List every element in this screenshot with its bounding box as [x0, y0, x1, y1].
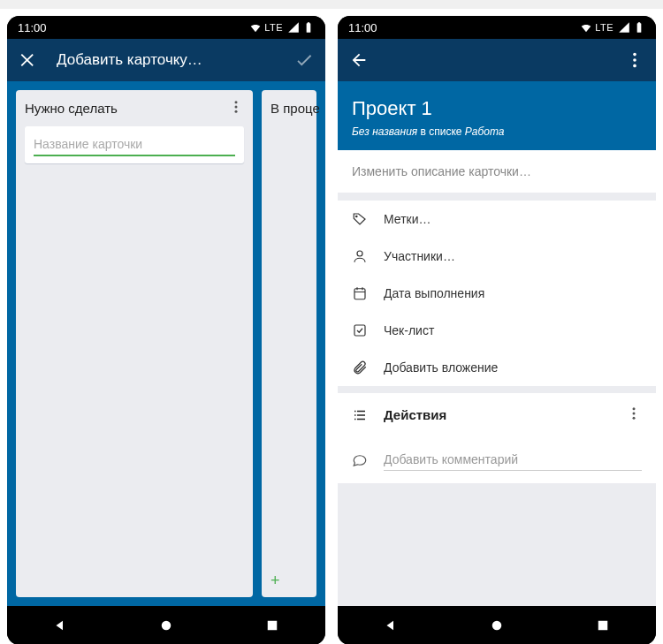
- list-todo: Нужно сделать: [16, 90, 253, 597]
- svg-point-0: [235, 101, 238, 103]
- actions-label: Действия: [384, 407, 446, 422]
- nav-home-button[interactable]: [140, 606, 193, 644]
- nav-recent-button[interactable]: [246, 606, 299, 644]
- duedate-label: Дата выполнения: [384, 286, 484, 300]
- svg-point-12: [633, 407, 636, 410]
- edit-description[interactable]: Изменить описание карточки…: [338, 150, 656, 193]
- check-icon: [294, 50, 314, 70]
- list-inprogress-peek[interactable]: В проце +: [262, 90, 316, 597]
- svg-point-14: [633, 417, 636, 420]
- wifi-icon: [580, 21, 592, 34]
- comment-row: [338, 436, 656, 483]
- triangle-back-icon: [383, 617, 399, 633]
- back-button[interactable]: [347, 48, 371, 72]
- nav-recent-button[interactable]: [576, 606, 629, 644]
- actions-menu-button[interactable]: [626, 405, 642, 424]
- labels-label: Метки…: [384, 212, 431, 226]
- status-bar: 11:00 LTE: [338, 16, 656, 39]
- card-name-input[interactable]: [34, 135, 235, 156]
- appbar-title: Добавить карточку…: [57, 51, 276, 69]
- comment-input[interactable]: [384, 449, 642, 471]
- battery-icon: [302, 21, 315, 34]
- list-menu-button[interactable]: [228, 99, 244, 117]
- nav-back-button[interactable]: [364, 606, 417, 644]
- close-icon: [19, 50, 38, 70]
- circle-home-icon: [489, 617, 505, 633]
- overflow-menu-button[interactable]: [622, 48, 647, 72]
- triangle-back-icon: [52, 617, 68, 633]
- signal-icon: [287, 21, 300, 34]
- attachment-icon: [352, 360, 368, 375]
- nav-bar: [338, 606, 656, 644]
- tag-icon: [352, 211, 368, 227]
- svg-point-5: [633, 53, 636, 57]
- svg-point-1: [235, 106, 238, 109]
- more-vert-icon: [625, 50, 644, 70]
- svg-rect-11: [354, 325, 365, 336]
- wifi-icon: [249, 21, 262, 34]
- battery-icon: [633, 21, 645, 34]
- confirm-button[interactable]: [292, 48, 316, 72]
- svg-point-2: [235, 110, 238, 113]
- phone-right: 11:00 LTE Проект 1 Без названия в списке…: [338, 16, 656, 644]
- more-vert-icon: [626, 405, 642, 421]
- options-group: Метки… Участники… Дата выполнения Чек-ли…: [338, 201, 656, 386]
- svg-point-15: [492, 621, 502, 631]
- network-label: LTE: [595, 22, 613, 33]
- svg-point-3: [162, 621, 171, 631]
- members-label: Участники…: [384, 249, 455, 263]
- card-subtitle: Без названия в списке Работа: [352, 125, 642, 138]
- list-title: В проце: [271, 101, 308, 116]
- app-bar: Добавить карточку…: [7, 39, 325, 81]
- checklist-label: Чек-лист: [384, 323, 434, 337]
- comment-icon: [352, 452, 368, 468]
- checklist-icon: [352, 322, 368, 338]
- svg-point-7: [633, 64, 636, 68]
- status-time: 11:00: [18, 21, 47, 34]
- attachment-row[interactable]: Добавить вложение: [338, 349, 656, 386]
- new-card: [25, 126, 244, 163]
- person-icon: [352, 248, 368, 264]
- activity-icon: [352, 407, 368, 423]
- list-title: Нужно сделать: [25, 101, 228, 116]
- members-row[interactable]: Участники…: [338, 238, 656, 275]
- actions-header: Действия: [338, 393, 656, 436]
- svg-rect-4: [268, 621, 278, 631]
- svg-point-13: [633, 413, 636, 415]
- svg-point-6: [633, 58, 636, 62]
- labels-row[interactable]: Метки…: [338, 201, 656, 238]
- close-button[interactable]: [16, 48, 41, 72]
- card-title: Проект 1: [352, 97, 642, 120]
- app-bar: [338, 39, 656, 81]
- duedate-row[interactable]: Дата выполнения: [338, 275, 656, 312]
- phone-left: 11:00 LTE Добавить карточку… Нужно сдела…: [7, 16, 325, 644]
- svg-point-9: [357, 251, 362, 256]
- svg-point-8: [356, 216, 358, 217]
- board-area: Нужно сделать В проце +: [7, 81, 325, 606]
- arrow-back-icon: [349, 50, 369, 70]
- svg-rect-16: [598, 621, 608, 631]
- nav-home-button[interactable]: [470, 606, 523, 644]
- calendar-icon: [352, 285, 368, 301]
- square-recent-icon: [595, 617, 611, 633]
- nav-bar: [7, 606, 325, 644]
- add-card-icon: +: [271, 572, 280, 590]
- card-header: Проект 1 Без названия в списке Работа: [338, 81, 656, 150]
- status-time: 11:00: [348, 21, 377, 34]
- network-label: LTE: [264, 22, 283, 33]
- card-body: Изменить описание карточки… Метки… Участ…: [338, 150, 656, 606]
- svg-rect-10: [354, 289, 365, 299]
- status-bar: 11:00 LTE: [7, 16, 325, 39]
- square-recent-icon: [264, 617, 280, 633]
- nav-back-button[interactable]: [34, 606, 87, 644]
- more-vert-icon: [228, 99, 244, 115]
- checklist-row[interactable]: Чек-лист: [338, 312, 656, 349]
- circle-home-icon: [158, 617, 174, 633]
- signal-icon: [618, 21, 630, 34]
- attachment-label: Добавить вложение: [384, 360, 498, 375]
